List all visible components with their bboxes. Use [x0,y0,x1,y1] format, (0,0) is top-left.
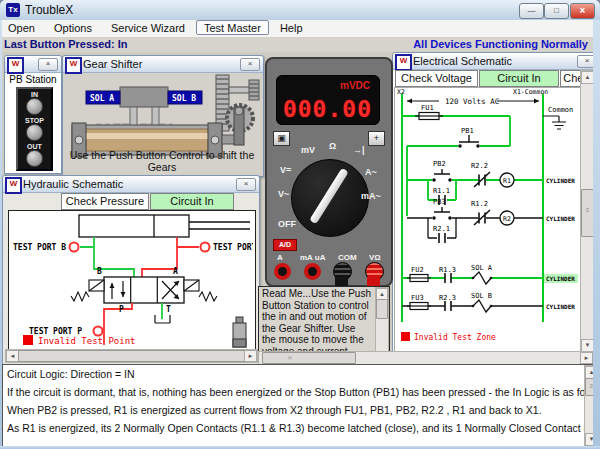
label-volts: 120 Volts AC [445,97,499,106]
dial-maac-label[interactable]: mA~ [361,191,381,201]
app-title: TroubleX [25,3,73,17]
hydraulic-schematic-window: W Hydraulic Schematic × Check Pressure C… [2,175,260,365]
label-sol-a-elec: SOL A [471,264,493,272]
stop-button[interactable] [26,124,43,141]
menu-item-open[interactable]: Open [0,20,43,34]
readme-box: Read Me...Use the Push Button Station to… [258,286,390,353]
logic-line-2: If the circuit is dormant, that is, noth… [7,386,600,398]
label-x2: X2 [397,88,405,96]
maximize-button[interactable]: □ [544,3,569,19]
port-p-label: P [119,305,124,314]
close-button[interactable]: × [570,3,595,19]
window-frame-right [593,20,600,449]
dial-ohm-label[interactable]: Ω [329,141,336,151]
troublex-panel-icon: W [5,177,22,194]
dial-diode-label[interactable]: →| [353,145,365,155]
test-port-p-point[interactable] [94,327,103,336]
menu-bar: Open Options Service Wizard Test Master … [0,20,600,38]
jack-vohm-label: VΩ [369,253,381,262]
display-button[interactable]: ▣ [273,131,290,146]
tab-circuit-in-hydraulic[interactable]: Circuit In [150,193,234,210]
label-cylinder-in-1: CYLINDER IN [546,177,578,184]
dial-vac-label[interactable]: V~ [278,189,289,199]
label-pb1: PB1 [461,127,474,135]
tab-circuit-in-electrical[interactable]: Circuit In [479,70,559,87]
test-port-b-point[interactable] [70,243,79,252]
gear-shifter-title: Gear Shifter [83,58,142,70]
gear-shifter-close-icon[interactable]: × [240,58,260,71]
device-status: All Devices Functioning Normally [413,38,588,50]
plus-button[interactable]: + [368,131,385,146]
sol-a-label: SOL A [90,94,114,103]
readme-vscrollbar[interactable]: ▲ [375,287,389,352]
dial-aac-label[interactable]: A~ [365,167,377,177]
label-cylinder-out-1: CYLINDER O [546,215,578,222]
jack-ma[interactable] [304,263,321,280]
thumb-grip: ≡ [582,208,593,212]
port-t-label: T [166,305,171,314]
test-port-p-label: TEST PORT P [29,327,82,336]
jack-a[interactable] [274,263,291,280]
window-frame-left [0,20,2,449]
hydraulic-close-icon[interactable]: × [236,178,256,191]
circuit-logic-panel: Circuit Logic: Direction = IN If the cir… [2,364,600,448]
menu-item-options[interactable]: Options [46,20,100,34]
invalid-test-zone-label: Invalid Test Zone [414,333,496,342]
scroll-right-icon[interactable]: ► [244,350,257,362]
label-r13: R1.3 [439,266,456,274]
ad-button[interactable]: A/D [273,239,297,251]
pb-station-title-bar[interactable]: W × [5,56,61,73]
dial-off-label[interactable]: OFF [278,219,296,229]
readme-vscroll-thumb[interactable] [376,299,388,319]
label-r2: R2 [503,215,511,223]
dial-mv-label[interactable]: mV [301,145,315,155]
out-button[interactable] [26,150,43,167]
gear-shifter-title-bar[interactable]: W Gear Shifter × [63,56,263,73]
menu-item-test-master[interactable]: Test Master [196,20,269,35]
menu-item-service-wizard[interactable]: Service Wizard [103,20,193,34]
label-fu3: FU3 [411,294,424,302]
push-button-panel: IN STOP OUT [16,87,53,171]
invalid-zone-swatch [401,332,410,341]
hydraulic-canvas: TEST PORT B TEST PORT A B A [8,210,256,352]
app-window: Tx TroubleX — □ × Open Options Service W… [0,0,600,449]
jack-a-label: A [277,253,283,262]
jack-ma-label: mA uA [300,253,325,262]
pb-station-label: PB Station [5,73,61,85]
electrical-title-bar[interactable]: W Electrical Schematic × [393,53,600,70]
hydraulic-hscrollbar[interactable]: ◄ ► [5,349,258,363]
electrical-title: Electrical Schematic [413,55,512,67]
label-r11: R1.1 [433,187,450,195]
minimize-button[interactable]: — [519,3,544,19]
logic-line-4: As R1 is energized, its 2 Normally Open … [7,422,600,434]
label-r21: R2.1 [433,225,450,233]
meter-display: mVDC 000.00 [276,75,380,125]
pb-station-close-icon[interactable]: × [38,58,58,71]
tab-check-pressure[interactable]: Check Pressure [61,193,149,210]
hydraulic-title-bar[interactable]: W Hydraulic Schematic × [3,176,259,193]
logic-line-1: Circuit Logic: Direction = IN [7,368,135,380]
in-button-label: IN [18,91,51,98]
label-x1-common: X1-Common [513,88,548,96]
menu-item-help[interactable]: Help [272,20,311,34]
label-r12: R1.2 [471,200,488,208]
label-fu1: FU1 [421,104,434,112]
workspace-hscroll-thumb[interactable]: ≡ [262,352,356,364]
electrical-schematic-window: W Electrical Schematic × Check Voltage C… [392,52,600,353]
electrical-canvas: X2 X1-Common 120 Volts AC Common FU1 PB1 [394,87,581,353]
troublex-panel-icon: W [65,57,82,74]
jack-com-label: COM [338,253,357,262]
in-button[interactable] [26,98,43,115]
tab-check-voltage[interactable]: Check Voltage [395,70,478,87]
title-bar: Tx TroubleX — □ × [0,0,600,21]
test-port-a-point[interactable] [201,243,210,252]
ladder-diagram: X2 X1-Common 120 Volts AC Common FU1 PB1 [395,88,578,350]
dial-vdc-label[interactable]: V= [280,165,291,175]
workspace-hscrollbar[interactable]: ≡ ► [258,351,594,365]
last-button-status: Last Button Pressed: In [4,38,127,50]
label-cylinder-out-2: CYLINDER O [546,303,578,310]
label-r1: R1 [503,177,511,185]
multimeter: mVDC 000.00 ▣ + mV Ω →| V= V~ OFF A~ mA~… [265,57,393,287]
hydraulic-hscroll-thumb[interactable] [18,350,246,362]
scroll-right-icon[interactable]: ► [580,352,593,364]
